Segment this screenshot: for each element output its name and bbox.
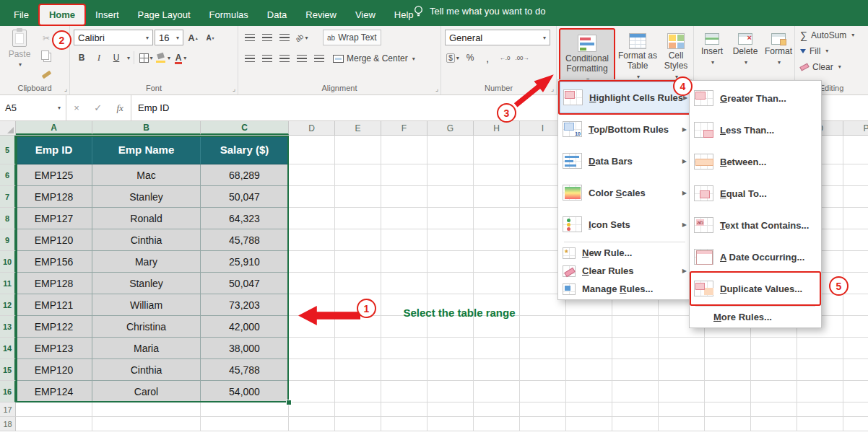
format-painter-button[interactable] bbox=[39, 67, 53, 82]
column-header-F[interactable]: F bbox=[381, 121, 428, 135]
row-header-17[interactable]: 17 bbox=[0, 402, 16, 417]
cell-E9[interactable] bbox=[335, 229, 381, 251]
cell-N16[interactable] bbox=[751, 381, 797, 402]
cell-D9[interactable] bbox=[289, 229, 335, 251]
cell-M16[interactable] bbox=[705, 381, 751, 402]
cell-E6[interactable] bbox=[335, 164, 381, 186]
align-right-button[interactable] bbox=[277, 51, 292, 66]
cell-F16[interactable] bbox=[381, 381, 428, 402]
menu-item-a-date-occurring[interactable]: A Date Occurring... bbox=[691, 241, 820, 273]
cell-B16[interactable]: Carol bbox=[92, 381, 201, 402]
cell-I16[interactable] bbox=[520, 381, 566, 402]
cell-I15[interactable] bbox=[520, 359, 566, 381]
cell-A5[interactable]: Emp ID bbox=[16, 136, 92, 164]
cell-M17[interactable] bbox=[705, 402, 751, 417]
menu-item-less-than[interactable]: Less Than... bbox=[691, 114, 820, 146]
row-header-11[interactable]: 11 bbox=[0, 273, 16, 294]
cell-D7[interactable] bbox=[289, 186, 335, 208]
row-header-13[interactable]: 13 bbox=[0, 316, 16, 338]
row-header-18[interactable]: 18 bbox=[0, 417, 16, 431]
cell-E16[interactable] bbox=[335, 381, 381, 402]
align-center-button[interactable] bbox=[260, 51, 274, 66]
cell-E8[interactable] bbox=[335, 208, 381, 229]
menu-item-equal-to[interactable]: Equal To... bbox=[691, 177, 820, 209]
cell-A7[interactable]: EMP128 bbox=[16, 186, 92, 208]
cell-G16[interactable] bbox=[428, 381, 474, 402]
cell-E15[interactable] bbox=[335, 359, 381, 381]
increase-indent-button[interactable] bbox=[312, 51, 326, 66]
cell-P7[interactable] bbox=[843, 186, 868, 208]
italic-button[interactable]: I bbox=[92, 50, 106, 65]
cell-H14[interactable] bbox=[474, 338, 520, 359]
cell-L16[interactable] bbox=[659, 381, 705, 402]
cell-H7[interactable] bbox=[474, 186, 520, 208]
cell-C14[interactable]: 38,000 bbox=[201, 338, 289, 359]
cell-F6[interactable] bbox=[381, 164, 428, 186]
paste-button[interactable]: Paste ▾ bbox=[4, 30, 35, 82]
cell-A14[interactable]: EMP123 bbox=[16, 338, 92, 359]
menu-item-duplicate-values[interactable]: Duplicate Values... bbox=[691, 273, 820, 304]
cell-E10[interactable] bbox=[335, 251, 381, 273]
cell-B15[interactable]: Cinthia bbox=[92, 359, 201, 381]
row-header-10[interactable]: 10 bbox=[0, 251, 16, 273]
middle-align-button[interactable] bbox=[260, 30, 274, 45]
cell-D5[interactable] bbox=[289, 136, 335, 164]
cell-B9[interactable]: Cinthia bbox=[92, 229, 201, 251]
cell-P10[interactable] bbox=[843, 251, 868, 273]
wrap-text-button[interactable]: abWrap Text bbox=[323, 30, 381, 45]
cell-O18[interactable] bbox=[797, 417, 843, 431]
comma-style-button[interactable]: , bbox=[480, 50, 495, 65]
row-header-9[interactable]: 9 bbox=[0, 229, 16, 251]
cell-J17[interactable] bbox=[566, 402, 612, 417]
cell-G14[interactable] bbox=[428, 338, 474, 359]
cell-L18[interactable] bbox=[659, 417, 705, 431]
cell-P14[interactable] bbox=[843, 338, 868, 359]
menu-tab-view[interactable]: View bbox=[346, 4, 385, 26]
cell-P6[interactable] bbox=[843, 164, 868, 186]
cell-C11[interactable]: 50,047 bbox=[201, 273, 289, 294]
menu-tab-review[interactable]: Review bbox=[296, 4, 346, 26]
merge-center-button[interactable]: Merge & Center▾ bbox=[329, 50, 420, 66]
cell-H10[interactable] bbox=[474, 251, 520, 273]
decrease-indent-button[interactable] bbox=[295, 51, 309, 66]
clear-button[interactable]: Clear ▾ bbox=[800, 60, 868, 74]
cell-B11[interactable]: Stanley bbox=[92, 273, 201, 294]
menu-tab-home[interactable]: Home bbox=[38, 4, 86, 26]
cell-A17[interactable] bbox=[16, 402, 92, 417]
insert-function-button[interactable]: fx bbox=[116, 102, 123, 114]
number-format-combo[interactable]: General▾ bbox=[445, 30, 550, 45]
underline-button[interactable]: U bbox=[109, 50, 123, 65]
cell-O15[interactable] bbox=[797, 359, 843, 381]
cell-J13[interactable] bbox=[566, 316, 612, 338]
cell-M15[interactable] bbox=[705, 359, 751, 381]
cell-B17[interactable] bbox=[92, 402, 201, 417]
menu-item-top-bottom-rules[interactable]: Top/Bottom Rules▶ bbox=[560, 113, 690, 145]
cell-P12[interactable] bbox=[843, 294, 868, 316]
cell-H11[interactable] bbox=[474, 273, 520, 294]
cell-P8[interactable] bbox=[843, 208, 868, 229]
clipboard-dialog-launcher-icon[interactable]: ⌟ bbox=[64, 85, 67, 92]
menu-item-clear-rules[interactable]: Clear Rules▶ bbox=[560, 262, 690, 280]
cell-D11[interactable] bbox=[289, 273, 335, 294]
cell-J16[interactable] bbox=[566, 381, 612, 402]
menu-tab-data[interactable]: Data bbox=[258, 4, 296, 26]
column-header-C[interactable]: C bbox=[201, 121, 289, 135]
cell-G6[interactable] bbox=[428, 164, 474, 186]
cell-E11[interactable] bbox=[335, 273, 381, 294]
cell-A6[interactable]: EMP125 bbox=[16, 164, 92, 186]
cell-L14[interactable] bbox=[659, 338, 705, 359]
cell-G5[interactable] bbox=[428, 136, 474, 164]
menu-tab-insert[interactable]: Insert bbox=[86, 4, 129, 26]
cell-E17[interactable] bbox=[335, 402, 381, 417]
cell-A16[interactable]: EMP124 bbox=[16, 381, 92, 402]
cell-C10[interactable]: 25,910 bbox=[201, 251, 289, 273]
cell-O14[interactable] bbox=[797, 338, 843, 359]
cell-F11[interactable] bbox=[381, 273, 428, 294]
cell-K16[interactable] bbox=[612, 381, 659, 402]
cell-C17[interactable] bbox=[201, 402, 289, 417]
column-header-H[interactable]: H bbox=[474, 121, 520, 135]
cell-C13[interactable]: 42,000 bbox=[201, 316, 289, 338]
cell-N15[interactable] bbox=[751, 359, 797, 381]
cell-C6[interactable]: 68,289 bbox=[201, 164, 289, 186]
column-header-E[interactable]: E bbox=[335, 121, 381, 135]
